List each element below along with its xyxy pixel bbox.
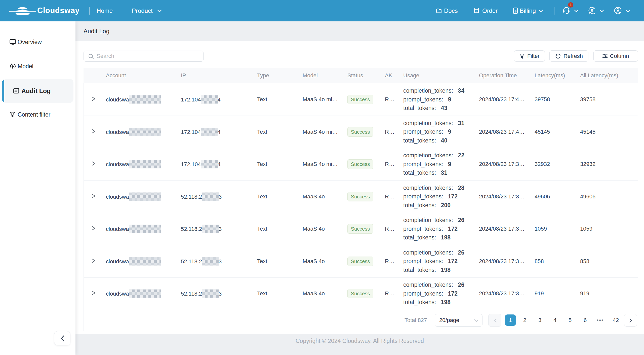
svg-text:$: $ xyxy=(514,9,516,13)
svg-text:$: $ xyxy=(591,9,593,13)
